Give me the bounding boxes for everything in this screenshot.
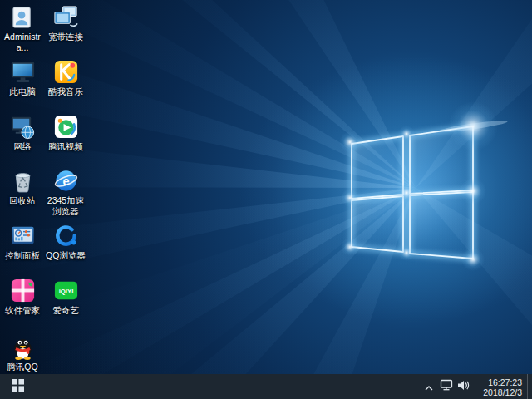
icon-label: 回收站: [9, 195, 36, 206]
desktop-icon-tencent-qq[interactable]: 腾讯QQ: [0, 333, 45, 372]
broadband-connection-icon: [52, 3, 80, 31]
computer-monitor-icon: [9, 58, 37, 86]
chevron-up-icon: [425, 379, 433, 394]
desktop-icon-tencent-video[interactable]: 腾讯视频: [43, 113, 88, 152]
qq-penguin-icon: [9, 333, 37, 361]
icon-label: 此电脑: [9, 86, 36, 97]
desktop-icon-control-panel[interactable]: 控制面板: [0, 222, 45, 261]
start-button[interactable]: [0, 374, 35, 399]
icon-label: 网络: [14, 141, 32, 152]
control-panel-icon: [9, 222, 37, 249]
taskbar: 16:27:23 2018/12/3: [0, 374, 532, 399]
icon-label: 腾讯QQ: [7, 362, 37, 372]
desktop-icon-software-manager[interactable]: 软件管家: [0, 277, 45, 316]
volume-icon: [457, 379, 470, 394]
software-manager-icon: [9, 277, 37, 304]
desktop-icon-broadband[interactable]: 宽带连接: [43, 3, 88, 42]
user-files-icon: [9, 3, 37, 31]
show-desktop-button[interactable]: [527, 374, 532, 399]
desktop-icon-administrator[interactable]: Administra...: [0, 3, 45, 52]
iqiyi-icon: iQIYI: [52, 277, 80, 304]
windows-logo-icon: [12, 379, 24, 395]
network-icon: [440, 379, 453, 394]
hidden-icons-button[interactable]: [420, 374, 437, 399]
icon-label: 爱奇艺: [52, 305, 79, 316]
icon-label: 控制面板: [5, 250, 40, 261]
taskbar-clock[interactable]: 16:27:23 2018/12/3: [472, 376, 527, 398]
svg-text:iQIYI: iQIYI: [58, 288, 73, 295]
network-tray-button[interactable]: [437, 374, 455, 399]
volume-tray-button[interactable]: [455, 374, 472, 399]
icon-label: 宽带连接: [48, 32, 83, 42]
taskbar-empty-area: [35, 374, 420, 399]
desktop-icon-this-pc[interactable]: 此电脑: [0, 58, 45, 97]
icon-label: 酷我音乐: [48, 86, 83, 97]
icon-label: 腾讯视频: [48, 141, 83, 152]
icon-label: 2345加速浏览器: [43, 195, 88, 216]
desktop-icon-network[interactable]: 网络: [0, 113, 45, 152]
qq-browser-icon: [52, 222, 80, 249]
recycle-bin-icon: [9, 167, 37, 195]
desktop-icon-2345-browser[interactable]: e 2345加速浏览器: [43, 167, 88, 216]
kuwo-music-icon: [52, 58, 80, 86]
clock-date: 2018/12/3: [474, 387, 522, 398]
network-globe-icon: [9, 113, 37, 140]
icon-label: QQ浏览器: [46, 250, 86, 261]
desktop-icon-qq-browser[interactable]: QQ浏览器: [43, 222, 88, 261]
desktop-icon-iqiyi[interactable]: iQIYI 爱奇艺: [43, 277, 88, 316]
desktop: Administra... 宽带连接: [0, 0, 532, 374]
clock-time: 16:27:23: [474, 377, 522, 388]
icon-label: Administra...: [0, 32, 45, 52]
desktop-icon-kuwo-music[interactable]: 酷我音乐: [43, 58, 88, 97]
tencent-video-icon: [52, 113, 80, 140]
2345-browser-icon: e: [52, 167, 80, 195]
desktop-icon-recycle-bin[interactable]: 回收站: [0, 167, 45, 206]
icon-label: 软件管家: [5, 305, 40, 316]
system-tray: 16:27:23 2018/12/3: [420, 374, 532, 399]
